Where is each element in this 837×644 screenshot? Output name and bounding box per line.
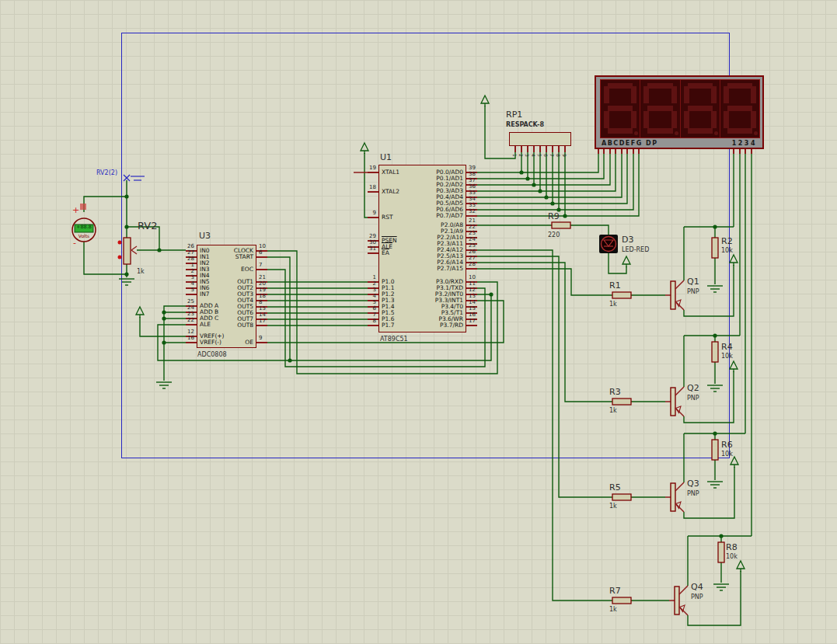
resistor-r9[interactable] xyxy=(552,222,570,228)
u1-pin-num-13: 13 xyxy=(469,293,490,299)
u1-pin-num-11: 11 xyxy=(469,280,490,287)
u3-pin-num-12: 12 xyxy=(173,329,194,335)
stage1-rail[interactable] xyxy=(684,227,734,284)
u1-pin-num-28: 28 xyxy=(469,261,490,267)
u3-pin-name-EOC: EOC xyxy=(191,266,253,273)
u3-pin-name-OUT8: OUT8 xyxy=(191,322,253,329)
u1-pin-num-34: 34 xyxy=(469,196,490,202)
respack-drops[interactable] xyxy=(521,152,565,216)
power-icon xyxy=(623,256,630,267)
transistor-q1[interactable] xyxy=(671,280,684,310)
u1-pin-num-6: 6 xyxy=(355,305,376,312)
data-bus-wires[interactable] xyxy=(267,282,368,325)
power-icon xyxy=(730,361,738,372)
u1-pin-num-24: 24 xyxy=(469,236,490,242)
u1-pin-num-17: 17 xyxy=(469,318,490,324)
power-icon xyxy=(730,255,738,266)
u1-pin-num-25: 25 xyxy=(469,242,490,249)
u1-pin-num-5: 5 xyxy=(355,299,376,305)
power-symbols xyxy=(136,96,745,572)
u1-pin-num-10: 10 xyxy=(469,274,490,280)
transistors[interactable] xyxy=(671,280,688,615)
u1-pin-num-38: 38 xyxy=(469,171,490,177)
u1-pin-num-39: 39 xyxy=(469,165,490,171)
rp1-pin-2: 2 xyxy=(518,154,524,157)
ground-icon xyxy=(707,286,723,292)
u3-pin-num-15: 15 xyxy=(259,305,280,312)
rp1-pin-8: 8 xyxy=(556,154,561,157)
u1-pin-name-XTAL2: XTAL2 xyxy=(382,188,399,195)
u1-pin-num-9: 9 xyxy=(355,210,376,216)
u1-pin-name-P1.7: P1.7 xyxy=(382,322,394,329)
u3-pin-num-20: 20 xyxy=(259,280,280,287)
rp1-pin-6: 6 xyxy=(543,154,549,157)
resistor-r1[interactable] xyxy=(612,292,631,298)
power-terminal-icon xyxy=(124,175,145,181)
pin-marker xyxy=(118,256,122,259)
ground-icon xyxy=(713,584,729,590)
u3-pin-num-7: 7 xyxy=(259,262,280,268)
resistor-r4[interactable] xyxy=(712,342,718,362)
u3-pin-num-21: 21 xyxy=(259,274,280,280)
resistor-r3[interactable] xyxy=(612,399,631,405)
u1-pin-num-1: 1 xyxy=(355,274,376,280)
rp1-pin-1: 1 xyxy=(512,154,518,157)
u1-pin-num-32: 32 xyxy=(469,208,490,214)
rp1-pin-4: 4 xyxy=(531,154,536,157)
rp1-pin-5: 5 xyxy=(537,154,542,157)
digit-common-wires[interactable] xyxy=(734,154,752,536)
u3-pin-num-6: 6 xyxy=(259,249,280,256)
u3-pin-num-19: 19 xyxy=(259,287,280,293)
resistor-r6[interactable] xyxy=(712,440,718,460)
u1-pin-name-P0.7/AD7: P0.7/AD7 xyxy=(401,212,463,219)
resistors[interactable] xyxy=(552,222,724,604)
power-icon xyxy=(361,143,368,154)
u3-pin-num-17: 17 xyxy=(259,318,280,324)
rp1-pin-9: 9 xyxy=(562,154,567,157)
collector-wires[interactable] xyxy=(684,227,688,586)
power-icon xyxy=(731,457,738,468)
power-icon xyxy=(737,561,745,572)
ground-icon xyxy=(156,382,172,388)
u1-pin-num-19: 19 xyxy=(355,165,376,171)
u1-pin-num-18: 18 xyxy=(355,184,376,190)
base-drive-wires[interactable] xyxy=(477,250,669,600)
voltmeter[interactable] xyxy=(72,204,96,242)
transistor-q4[interactable] xyxy=(675,586,688,615)
u1-pin-name-RST: RST xyxy=(382,214,393,221)
u1-pin-name-EA: EA xyxy=(382,249,389,256)
u1-pin-num-30: 30 xyxy=(355,239,376,245)
rp1-pin-7: 7 xyxy=(549,154,555,157)
pin-marker xyxy=(118,241,122,245)
transistor-q2[interactable] xyxy=(671,387,684,416)
respack-common-wire[interactable] xyxy=(485,106,515,158)
u3-pin-num-9: 9 xyxy=(259,335,280,341)
u1-pin-num-23: 23 xyxy=(469,230,490,236)
resistor-r7[interactable] xyxy=(612,597,631,604)
p0-segment-bus[interactable] xyxy=(477,154,639,216)
resistor-r8[interactable] xyxy=(718,542,724,562)
resistor-r5[interactable] xyxy=(612,494,631,500)
u1-pin-num-14: 14 xyxy=(469,299,490,305)
u3-pin-num-8: 8 xyxy=(259,299,280,305)
transistor-q3[interactable] xyxy=(671,482,684,512)
pot-meter-wires[interactable] xyxy=(84,180,186,277)
ground-icon xyxy=(119,279,134,285)
u1-pin-num-8: 8 xyxy=(355,318,376,324)
u1-pin-num-29: 29 xyxy=(355,233,376,239)
ground-icon xyxy=(707,385,723,392)
u3-pin-num-10: 10 xyxy=(259,243,280,249)
u1-pin-num-4: 4 xyxy=(355,293,376,299)
u1-pin-num-27: 27 xyxy=(469,255,490,261)
u3-pin-num-18: 18 xyxy=(259,293,280,299)
u3-pin-name-START: START xyxy=(191,253,253,260)
led-d3[interactable] xyxy=(599,235,618,253)
u1-pin-num-3: 3 xyxy=(355,287,376,293)
power-icon xyxy=(136,307,144,318)
u1-pin-name-XTAL1: XTAL1 xyxy=(382,169,399,176)
u1-pin-num-37: 37 xyxy=(469,177,490,183)
schematic-canvas[interactable]: ABCDEFG DP 1234 xyxy=(0,0,837,644)
u1-pin-num-22: 22 xyxy=(469,224,490,230)
resistor-r2[interactable] xyxy=(712,238,718,258)
potentiometer-rv2[interactable] xyxy=(118,238,138,264)
